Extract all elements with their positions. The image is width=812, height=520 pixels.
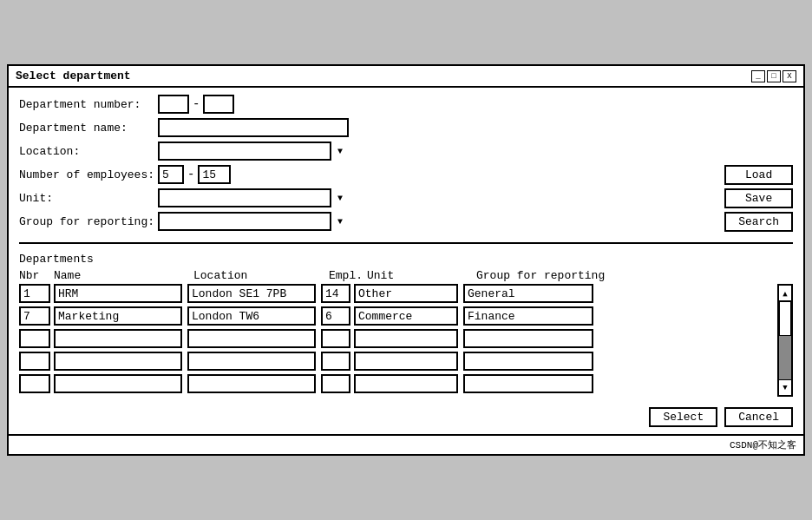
- col-empl-header: Empl.: [329, 269, 363, 282]
- row-empl-3[interactable]: [321, 352, 350, 371]
- row-nbr-2[interactable]: [19, 329, 50, 348]
- employees-max-input[interactable]: [198, 165, 231, 184]
- row-name-4[interactable]: [54, 374, 182, 393]
- row-group-3[interactable]: [463, 352, 593, 371]
- group-row: Group for reporting: ▼: [19, 212, 707, 231]
- dept-number-input1[interactable]: [158, 95, 189, 114]
- status-text: CSDN@不知之客: [730, 440, 796, 451]
- departments-label: Departments: [19, 253, 793, 266]
- group-select[interactable]: [158, 212, 349, 231]
- unit-select-wrapper: ▼: [158, 188, 349, 207]
- employees-label: Number of employees:: [19, 168, 158, 181]
- location-select-wrapper: ▼: [158, 142, 349, 161]
- table-row: [19, 306, 774, 326]
- dialog-title: Select department: [16, 69, 131, 82]
- dept-name-row: Department name:: [19, 118, 793, 137]
- dept-name-input[interactable]: [158, 118, 349, 137]
- row-unit-0[interactable]: [354, 284, 458, 303]
- table-rows: [19, 284, 774, 397]
- row-nbr-0[interactable]: [19, 284, 50, 303]
- load-button[interactable]: Load: [724, 165, 793, 185]
- unit-row: Unit: ▼: [19, 188, 707, 207]
- col-name-header: Name: [54, 269, 188, 282]
- row-location-2[interactable]: [187, 329, 316, 348]
- dept-number-row: Department number: -: [19, 95, 793, 114]
- table-row: [19, 284, 774, 303]
- departments-section: Departments Nbr Name Location Empl. Unit…: [19, 249, 793, 427]
- row-unit-3[interactable]: [354, 352, 458, 371]
- group-label: Group for reporting:: [19, 215, 158, 228]
- row-group-4[interactable]: [463, 374, 593, 393]
- table-area: ▲ ▼: [19, 284, 793, 397]
- table-row: [19, 329, 774, 348]
- title-bar-buttons: _ □ X: [751, 70, 796, 82]
- row-group-1[interactable]: [463, 306, 593, 326]
- row-location-0[interactable]: [187, 284, 316, 303]
- col-nbr-header: Nbr: [19, 269, 54, 282]
- form-section: Department number: - Department name: Lo…: [19, 95, 793, 244]
- table-row: [19, 374, 774, 393]
- location-label: Location:: [19, 145, 158, 158]
- row-empl-0[interactable]: [321, 284, 350, 303]
- location-select[interactable]: [158, 142, 349, 161]
- scroll-down-button[interactable]: ▼: [779, 379, 791, 395]
- select-button[interactable]: Select: [649, 407, 717, 427]
- title-bar: Select department _ □ X: [9, 66, 803, 88]
- dept-name-label: Department name:: [19, 122, 158, 135]
- dash-separator: -: [193, 97, 200, 111]
- table-row: [19, 352, 774, 371]
- scroll-up-button[interactable]: ▲: [779, 286, 791, 301]
- row-group-2[interactable]: [463, 329, 593, 348]
- minimize-button[interactable]: _: [751, 70, 765, 82]
- cancel-button[interactable]: Cancel: [724, 407, 793, 427]
- form-action-buttons: Load Save Search: [724, 165, 793, 232]
- scroll-track: [779, 301, 791, 379]
- group-select-wrapper: ▼: [158, 212, 349, 231]
- col-location-header: Location: [193, 269, 324, 282]
- dept-number-input2[interactable]: [203, 95, 234, 114]
- col-group-header: Group for reporting: [476, 269, 615, 282]
- row-name-0[interactable]: [54, 284, 182, 303]
- row-nbr-4[interactable]: [19, 374, 50, 393]
- employees-row: Number of employees: -: [19, 165, 707, 184]
- employees-min-input[interactable]: [158, 165, 184, 184]
- maximize-button[interactable]: □: [767, 70, 781, 82]
- row-location-3[interactable]: [187, 352, 316, 371]
- close-button[interactable]: X: [783, 70, 796, 82]
- row-nbr-3[interactable]: [19, 352, 50, 371]
- row-location-4[interactable]: [187, 374, 316, 393]
- row-unit-2[interactable]: [354, 329, 458, 348]
- unit-select[interactable]: [158, 188, 349, 207]
- table-header: Nbr Name Location Empl. Unit Group for r…: [19, 269, 793, 282]
- row-empl-4[interactable]: [321, 374, 350, 393]
- row-group-0[interactable]: [463, 284, 593, 303]
- scrollbar[interactable]: ▲ ▼: [777, 284, 793, 397]
- unit-label: Unit:: [19, 192, 158, 205]
- search-button[interactable]: Search: [724, 212, 793, 232]
- scroll-thumb[interactable]: [779, 301, 791, 336]
- row-name-2[interactable]: [54, 329, 182, 348]
- bottom-action-buttons: Select Cancel: [19, 404, 793, 427]
- save-button[interactable]: Save: [724, 188, 793, 208]
- row-empl-2[interactable]: [321, 329, 350, 348]
- form-fields-col: Number of employees: - Unit: ▼: [19, 165, 707, 235]
- row-name-1[interactable]: [54, 306, 182, 326]
- dept-number-label: Department number:: [19, 98, 158, 111]
- row-empl-1[interactable]: [321, 306, 350, 326]
- status-bar: CSDN@不知之客: [9, 434, 803, 454]
- row-location-1[interactable]: [187, 306, 316, 326]
- col-unit-header: Unit: [367, 269, 471, 282]
- row-name-3[interactable]: [54, 352, 182, 371]
- dialog-body: Department number: - Department name: Lo…: [9, 88, 803, 434]
- employees-and-buttons: Number of employees: - Unit: ▼: [19, 165, 793, 235]
- row-unit-4[interactable]: [354, 374, 458, 393]
- employees-dash: -: [187, 168, 194, 181]
- select-department-dialog: Select department _ □ X Department numbe…: [7, 64, 805, 456]
- row-unit-1[interactable]: [354, 306, 458, 326]
- location-row: Location: ▼: [19, 142, 793, 161]
- row-nbr-1[interactable]: [19, 306, 50, 326]
